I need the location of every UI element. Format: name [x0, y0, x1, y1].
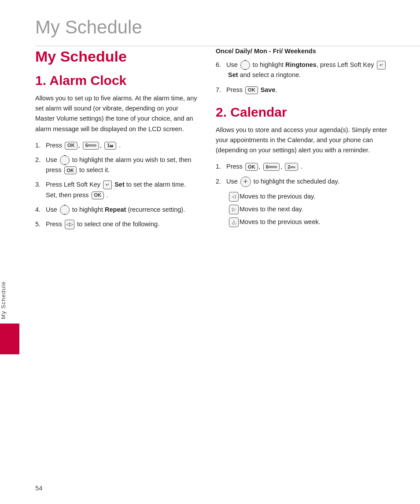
step-3: 3. Press Left Soft Key ↵ Set to set the … [35, 180, 198, 200]
nav-ud-icon2: ⌃⌄ [60, 205, 70, 215]
softkey-left-icon: ↵ [103, 180, 112, 189]
section1-title: 1. Alarm Clock [35, 73, 198, 88]
nav-ud-icon: ⌃⌄ [60, 155, 70, 165]
sub-bullet-next-day: ▷ [228, 204, 239, 214]
step-num: 3. [35, 180, 46, 190]
sub-item-text: Moves to the previous week. [239, 217, 321, 227]
sidebar-accent-bar [0, 324, 19, 354]
nav-lr-icon: ◁▷ [65, 220, 74, 229]
sub-item-prev-day: ◁ Moves to the previous day. [228, 191, 392, 202]
ok-key-icon: OK [65, 142, 77, 150]
ok-key-icon5: OK [245, 163, 258, 171]
cal-step-2: 2. Use ✛ to highlight the scheduled day. [216, 177, 392, 187]
step-text: Use ⌃⌄ to highlight Ringtones, press Lef… [226, 60, 392, 80]
page-heading: My Schedule [35, 48, 198, 65]
ok-key-icon2: OK [64, 166, 77, 174]
step-6: 6. Use ⌃⌄ to highlight Ringtones, press … [216, 60, 392, 80]
step-text: Use ⌃⌄ to highlight the alarm you wish t… [46, 155, 198, 175]
step-4: 4. Use ⌃⌄ to highlight Repeat (recurrenc… [35, 205, 198, 215]
page-number: 54 [35, 484, 43, 492]
step-num: 2. [35, 155, 46, 165]
right-column: Once/ Daily/ Mon - Fri/ Weekends 6. Use … [216, 46, 392, 354]
step-5: 5. Press ◁▷ to select one of the followi… [35, 219, 198, 229]
step-num: 5. [35, 219, 46, 229]
sub-item-text: Moves to the previous day. [239, 191, 315, 202]
sub-item-next-day: ▷ Moves to the next day. [228, 204, 392, 214]
step-text: Press OK, 6mno, 2abc . [226, 162, 392, 172]
step-text: Use ✛ to highlight the scheduled day. [226, 177, 392, 187]
page-title-top: My Schedule [0, 0, 420, 46]
nav-up-icon: △ [229, 217, 239, 227]
key-6mno-icon2: 6mno [263, 163, 280, 171]
nav-4way-icon: ✛ [240, 177, 251, 187]
key-1-icon: 1📷 [104, 142, 116, 150]
step-text: Press ◁▷ to select one of the following. [46, 219, 198, 229]
key-2abc-icon: 2abc [285, 163, 298, 171]
step-7: 7. Press OK Save. [216, 85, 392, 95]
ok-key-icon3: OK [92, 191, 104, 199]
step-num: 7. [216, 85, 226, 95]
nav-ud-icon3: ⌃⌄ [240, 60, 250, 70]
softkey-left-icon2: ↵ [377, 61, 386, 70]
step-num: 6. [216, 60, 226, 70]
sidebar: My Schedule [0, 46, 19, 354]
section2-body: Allows you to store and access your agen… [216, 125, 392, 156]
sub-item-prev-week: △ Moves to the previous week. [228, 217, 392, 227]
step-text: Use ⌃⌄ to highlight Repeat (recurrence s… [46, 205, 198, 215]
nav-left-icon: ◁ [229, 192, 239, 202]
section2-title: 2. Calendar [216, 105, 392, 120]
cal-step-1: 1. Press OK, 6mno, 2abc . [216, 162, 392, 172]
left-column: My Schedule 1. Alarm Clock Allows you to… [35, 46, 198, 354]
step-num: 4. [35, 205, 46, 215]
step-1: 1. Press OK, 6mno, 1📷 . [35, 140, 198, 151]
sidebar-label-text: My Schedule [0, 281, 19, 319]
step-num: 2. [216, 177, 226, 187]
sub-item-text: Moves to the next day. [239, 204, 303, 214]
main-columns: My Schedule 1. Alarm Clock Allows you to… [19, 46, 420, 354]
step-text: Press OK Save. [226, 85, 392, 95]
sub-bullet-prev-week: △ [228, 217, 239, 227]
repeat-options-heading: Once/ Daily/ Mon - Fri/ Weekends [216, 46, 392, 56]
step-num: 1. [216, 162, 226, 172]
sub-bullet-prev-day: ◁ [228, 191, 239, 202]
ok-key-icon4: OK [245, 86, 258, 94]
step-text: Press Left Soft Key ↵ Set to set the ala… [46, 180, 198, 200]
nav-right-icon: ▷ [229, 205, 239, 214]
step-num: 1. [35, 140, 46, 151]
section1-body: Allows you to set up to five alarms. At … [35, 93, 198, 134]
key-6mno-icon: 6mno [83, 142, 99, 150]
step-2: 2. Use ⌃⌄ to highlight the alarm you wis… [35, 155, 198, 175]
step-text: Press OK, 6mno, 1📷 . [46, 140, 198, 151]
